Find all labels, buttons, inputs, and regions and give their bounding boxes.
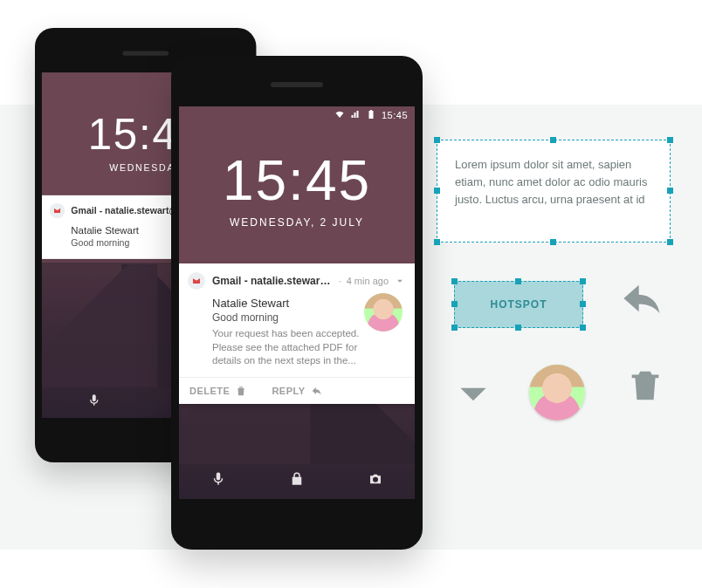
chevron-down-icon[interactable] [394,275,406,287]
mic-icon[interactable] [86,393,100,410]
lockscreen-time: 15:45 [179,148,415,213]
trash-icon [235,385,247,397]
reply-icon-asset[interactable] [620,276,665,321]
chevron-icon-asset[interactable] [454,375,492,414]
notification-actions: DELETE REPLY [179,377,415,404]
lockscreen-clock: 15:45 WEDNESDAY, 2 JULY [179,148,415,229]
hotspot-element-selected[interactable]: HOTSPOT [454,281,583,328]
lock-icon[interactable] [289,471,305,490]
hotspot-label: HOTSPOT [490,298,547,311]
chevron-down-icon [454,375,492,414]
trash-icon [625,365,665,405]
phone-speaker [122,51,169,55]
phone-mockup-expanded: 15:45 15:45 WEDNESDAY, 2 JULY Gmail - na… [171,56,423,550]
gmail-icon [50,203,65,219]
avatar-asset[interactable] [529,365,585,420]
mic-icon[interactable] [210,471,226,490]
statusbar-time: 15:45 [382,110,408,120]
delete-label: DELETE [189,386,230,396]
notification-card[interactable]: Gmail - natalie.stewart@gmail.com · 4 mi… [179,263,415,404]
trash-icon-asset[interactable] [625,365,665,410]
battery-icon [366,109,376,121]
placeholder-text: Lorem ipsum dolor sit amet, sapien etiam… [455,158,647,206]
reply-icon [311,385,323,397]
wifi-icon [334,109,345,121]
signal-icon [350,109,361,121]
phone-screen: 15:45 15:45 WEDNESDAY, 2 JULY Gmail - na… [179,106,415,499]
text-element-selected[interactable]: Lorem ipsum dolor sit amet, sapien etiam… [437,140,671,243]
reply-label: REPLY [272,386,305,396]
gmail-icon [188,272,205,290]
status-bar: 15:45 [179,106,415,124]
avatar-image [529,365,585,420]
reply-icon [620,276,665,321]
delete-button[interactable]: DELETE [189,385,247,397]
notification-preview: Your request has been accepted. Please s… [212,327,361,368]
camera-icon[interactable] [368,471,383,490]
lockscreen-date: WEDNESDAY, 2 JULY [179,216,415,229]
sender-avatar [364,293,403,332]
phone-speaker [271,82,323,87]
notification-title: Gmail - natalie.stewart@gmail.com [212,275,332,287]
reply-button[interactable]: REPLY [272,385,322,397]
notification-meta: · 4 min ago [339,275,406,287]
notification-timestamp: 4 min ago [347,276,389,286]
